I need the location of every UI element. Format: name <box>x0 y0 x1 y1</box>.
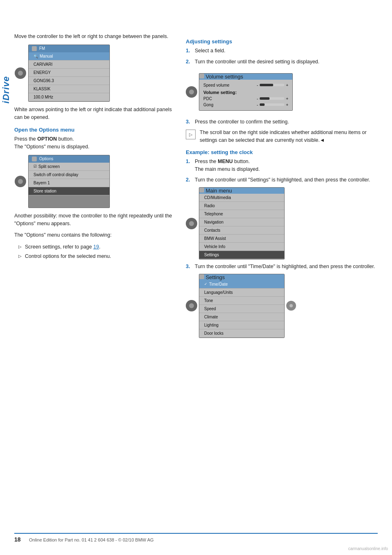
options-item-1: Switch off control display <box>29 171 109 179</box>
menu-bmw-assist: BMW Assist <box>199 235 284 243</box>
adjusting-steps: 1. Select a field. 2. Turn the controlle… <box>186 47 378 66</box>
white-arrows-text: White arrows pointing to the left or rig… <box>14 106 174 121</box>
footer: 18 Online Edition for Part no. 01 41 2 6… <box>14 533 378 543</box>
volume-content: Speed volume - + Volume setting: PDC - <box>199 80 292 110</box>
vol-screen-bar: Volume settings <box>199 74 292 80</box>
gong-row: Gong - + <box>199 102 292 108</box>
settings-item-3: Speed <box>199 305 284 313</box>
example-step-1: 1. Press the MENU button.The main menu i… <box>186 158 378 173</box>
fm-screen-bar: FM <box>29 45 109 52</box>
options-screen-list: ☑ Split screen Switch off control displa… <box>29 163 109 195</box>
bullet-item-0: Screen settings, refer to page 19. <box>18 243 174 251</box>
adjust-step-1: 1. Select a field. <box>186 47 378 55</box>
contains-text: The "Options" menu contains the followin… <box>14 231 174 239</box>
main-menu-bar-label: Main menu <box>206 188 232 194</box>
options-screen-wrapper: Options ☑ Split screen Switch off contro… <box>14 155 174 208</box>
settings-item-5: Lighting <box>199 321 284 329</box>
vol-setting-label: Volume setting: <box>199 88 292 96</box>
footer-text: Online Edition for Part no. 01 41 2 604 … <box>29 537 154 542</box>
fm-screen: FM 🔍 Manual CARIVARI ENERGY GONG96.3 KLA… <box>28 45 110 102</box>
fm-item-3: GONG96.3 <box>29 77 109 85</box>
settings-screen-bar: Settings <box>199 274 284 280</box>
sidebar-text: iDrive <box>1 76 11 103</box>
options-screen-bar: Options <box>29 155 109 163</box>
fm-item-0: 🔍 Manual <box>29 52 109 61</box>
pdc-row: PDC - + <box>199 96 292 102</box>
scroll-note-text: The scroll bar on the right side indicat… <box>200 129 378 144</box>
settings-list: ✓ Time/Date Language/Units Tone Speed Cl… <box>199 280 284 338</box>
settings-screen: Settings ✓ Time/Date Language/Units Tone… <box>199 274 285 338</box>
menu-cd: CD/Multimedia <box>199 194 284 202</box>
watermark: carmanualsonline.info <box>348 546 388 551</box>
open-options-heading: Open the Options menu <box>14 127 174 133</box>
main-menu-bar: Main menu <box>199 188 284 194</box>
example-steps: 1. Press the MENU button.The main menu i… <box>186 158 378 184</box>
fm-item-2: ENERGY <box>29 69 109 77</box>
volume-screen-wrapper: Volume settings Speed volume - + Volume … <box>186 69 378 115</box>
sidebar-label: iDrive <box>0 49 12 131</box>
step3-clock-item: 3. Turn the controller until "Time/Date"… <box>186 263 378 271</box>
page-number: 18 <box>14 536 24 543</box>
option-button-text: Press the OPTION button. The "Options" m… <box>14 135 174 151</box>
fm-item-5: 100.0 MHz <box>29 93 109 101</box>
main-menu-screen: Main menu CD/Multimedia Radio Telephone … <box>199 187 285 260</box>
fm-item-4: KLASSIK <box>29 85 109 93</box>
left-column: Move the controller to the left or right… <box>14 33 174 341</box>
options-screen: Options ☑ Split screen Switch off contro… <box>28 155 110 208</box>
menu-vehicle-info: Vehicle Info <box>199 243 284 251</box>
volume-screen: Volume settings Speed volume - + Volume … <box>199 73 293 111</box>
menu-telephone: Telephone <box>199 210 284 218</box>
step3-clock-list: 3. Turn the controller until "Time/Date"… <box>186 263 378 271</box>
options-bullet-list: Screen settings, refer to page 19. Contr… <box>14 243 174 260</box>
options-item-0: ☑ Split screen <box>29 163 109 171</box>
adjusting-heading: Adjusting settings <box>186 38 378 45</box>
scroll-indicator: The scroll bar on the right side indicat… <box>186 129 378 144</box>
step3-item: 3. Press the controller to confirm the s… <box>186 118 378 126</box>
settings-item-6: Door locks <box>199 329 284 338</box>
fm-item-1: CARIVARI <box>29 60 109 69</box>
vol-bar-label: Volume settings <box>206 74 243 80</box>
main-menu-screen-wrapper: Main menu CD/Multimedia Radio Telephone … <box>186 187 378 260</box>
fm-item-6: 101.3 MHz <box>29 101 109 102</box>
page-link[interactable]: 19 <box>93 244 99 250</box>
settings-bar-label: Settings <box>206 274 225 280</box>
options-item-3: Store station <box>29 187 109 195</box>
settings-screen-wrapper: Settings ✓ Time/Date Language/Units Tone… <box>186 274 378 338</box>
fm-bar-label: FM <box>39 46 45 51</box>
menu-radio: Radio <box>199 202 284 210</box>
options-bar-label: Options <box>39 157 53 161</box>
step3-list: 3. Press the controller to confirm the s… <box>186 118 378 126</box>
options-item-2: Bayern 1 <box>29 179 109 187</box>
adjust-step-2: 2. Turn the controller until the desired… <box>186 58 378 66</box>
main-menu-list: CD/Multimedia Radio Telephone Navigation… <box>199 194 284 259</box>
settings-item-4: Climate <box>199 313 284 321</box>
another-possibility-text: Another possibility: move the controller… <box>14 212 174 228</box>
example-heading: Example: setting the clock <box>186 149 378 155</box>
intro-text: Move the controller to the left or right… <box>14 33 174 40</box>
settings-item-0: ✓ Time/Date <box>199 280 284 289</box>
settings-item-1: Language/Units <box>199 289 284 297</box>
settings-item-2: Tone <box>199 297 284 305</box>
fm-screen-list: 🔍 Manual CARIVARI ENERGY GONG96.3 KLASSI… <box>29 52 109 102</box>
menu-navigation: Navigation <box>199 218 284 226</box>
bullet-item-1: Control options for the selected menu. <box>18 253 174 260</box>
speed-volume-row: Speed volume - + <box>199 82 292 88</box>
scroll-box-icon <box>186 130 196 139</box>
right-column: Adjusting settings 1. Select a field. 2.… <box>186 33 378 341</box>
example-step-2: 2. Turn the controller until "Settings" … <box>186 176 378 184</box>
fm-screen-wrapper: FM 🔍 Manual CARIVARI ENERGY GONG96.3 KLA… <box>14 45 174 102</box>
menu-contacts: Contacts <box>199 226 284 235</box>
menu-settings: Settings <box>199 251 284 259</box>
